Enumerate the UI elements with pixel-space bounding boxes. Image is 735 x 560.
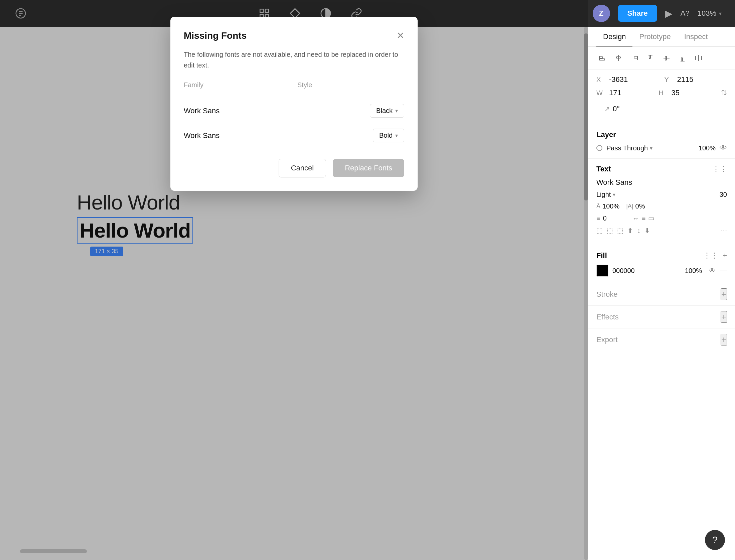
- font-style-selector[interactable]: Light ▾: [596, 191, 615, 198]
- effects-add-button[interactable]: +: [721, 311, 727, 323]
- align-center-h-icon[interactable]: [612, 52, 624, 64]
- svg-rect-9: [599, 59, 605, 60]
- layer-section: Layer Pass Through ▾ 100% 👁: [588, 124, 735, 159]
- share-button[interactable]: Share: [618, 5, 657, 22]
- play-button[interactable]: ▶: [665, 8, 673, 19]
- para-align-left-icon[interactable]: ⬚: [596, 227, 603, 235]
- fill-title: Fill: [596, 251, 607, 260]
- text-more-icon[interactable]: ···: [721, 226, 727, 235]
- textwrap-icon[interactable]: ↔: [632, 215, 639, 222]
- fill-section: Fill ⋮⋮ + 000000 100% 👁 —: [588, 245, 735, 283]
- font-size[interactable]: 30: [720, 191, 727, 198]
- font-row-1: Work Sans Bold ▾: [184, 123, 404, 148]
- distribute-icon[interactable]: [693, 52, 705, 64]
- rotation-icon: ↗: [604, 105, 610, 113]
- align-bottom-icon[interactable]: [677, 52, 689, 64]
- fill-remove-icon[interactable]: —: [720, 266, 727, 275]
- modal-description: The following fonts are not available, a…: [184, 49, 404, 71]
- modal-actions: Cancel Replace Fonts: [184, 159, 404, 177]
- right-panel: Design Prototype Inspect X: [588, 27, 735, 560]
- valign-top-icon[interactable]: ⬆: [627, 227, 633, 235]
- font-family-1: Work Sans: [184, 131, 366, 140]
- para-align-right-icon[interactable]: ⬚: [617, 227, 623, 235]
- fill-add-icon[interactable]: +: [723, 251, 727, 260]
- w-input[interactable]: [609, 89, 642, 97]
- svg-rect-15: [649, 55, 650, 58]
- y-input[interactable]: [677, 75, 711, 84]
- text-box-icon[interactable]: ▭: [648, 214, 654, 222]
- effects-section: Effects +: [588, 306, 735, 328]
- fill-visibility-icon[interactable]: 👁: [709, 267, 716, 275]
- blend-chevron-icon: ▾: [650, 145, 652, 151]
- cancel-button[interactable]: Cancel: [279, 159, 326, 177]
- modal-header: Missing Fonts ✕: [184, 30, 404, 41]
- stroke-add-button[interactable]: +: [721, 288, 727, 300]
- align-left-icon[interactable]: [596, 52, 608, 64]
- modal-overlay: Missing Fonts ✕ The following fonts are …: [0, 0, 588, 560]
- fill-hex-value[interactable]: 000000: [612, 267, 681, 275]
- layer-title: Layer: [596, 130, 727, 139]
- para-align-center-icon[interactable]: ⬚: [607, 227, 613, 235]
- modal-title: Missing Fonts: [184, 30, 247, 41]
- help-button[interactable]: ?: [705, 530, 725, 550]
- export-title: Export: [596, 335, 618, 344]
- stroke-section: Stroke +: [588, 283, 735, 306]
- font-style-chevron-0: ▾: [395, 108, 398, 114]
- modal-column-headers: Family Style: [184, 81, 404, 89]
- text-section: Text ⋮⋮ Work Sans Light ▾ 30 Ā 100% |A| …: [588, 159, 735, 245]
- user-avatar[interactable]: Z: [593, 5, 610, 22]
- align-right-icon[interactable]: [628, 52, 640, 64]
- transform-fields: X Y W H ⇅ ↗: [588, 70, 735, 124]
- svg-rect-19: [681, 58, 683, 61]
- zoom-chevron-icon: ▾: [719, 10, 722, 17]
- valign-bottom-icon[interactable]: ⬇: [644, 227, 650, 235]
- font-row-0: Work Sans Black ▾: [184, 99, 404, 123]
- family-column-header: Family: [184, 81, 291, 89]
- rotation-input[interactable]: [613, 105, 639, 113]
- lineheight-input[interactable]: [603, 215, 620, 222]
- x-input[interactable]: [609, 75, 642, 84]
- font-family-0: Work Sans: [184, 107, 363, 115]
- text-scale: 100%: [602, 202, 619, 210]
- w-label: W: [596, 89, 606, 97]
- font-style-chevron-icon: ▾: [613, 191, 615, 198]
- layer-blend-icon: [596, 145, 602, 151]
- fill-grid-icon[interactable]: ⋮⋮: [703, 251, 718, 260]
- h-label: H: [659, 89, 669, 97]
- export-section: Export +: [588, 328, 735, 351]
- y-label: Y: [665, 76, 675, 84]
- align-center-v-icon[interactable]: [660, 52, 673, 64]
- valign-center-icon[interactable]: ↕: [637, 227, 640, 235]
- letterspacing-icon: |A|: [626, 203, 633, 210]
- export-add-button[interactable]: +: [721, 334, 727, 345]
- text-section-title: Text: [596, 165, 611, 173]
- font-style-chevron-1: ▾: [395, 132, 398, 139]
- layer-blend-mode[interactable]: Pass Through ▾: [606, 144, 652, 152]
- text-options-icon[interactable]: ⋮⋮: [712, 165, 727, 173]
- style-column-header: Style: [297, 81, 404, 89]
- fill-color-swatch[interactable]: [596, 265, 608, 277]
- tab-inspect[interactable]: Inspect: [678, 32, 715, 46]
- lock-icon[interactable]: ⇅: [721, 89, 727, 97]
- text-align-left-icon[interactable]: ≡: [642, 215, 646, 222]
- svg-rect-13: [634, 57, 637, 58]
- tab-design[interactable]: Design: [596, 32, 632, 46]
- align-top-icon[interactable]: [644, 52, 656, 64]
- tab-prototype[interactable]: Prototype: [632, 32, 677, 46]
- visibility-icon[interactable]: 👁: [720, 144, 727, 152]
- fill-opacity-value[interactable]: 100%: [685, 267, 705, 275]
- panel-tabs: Design Prototype Inspect: [588, 27, 735, 47]
- font-name[interactable]: Work Sans: [596, 178, 727, 187]
- font-style-1[interactable]: Bold ▾: [373, 129, 404, 142]
- x-label: X: [596, 76, 606, 84]
- letterspacing: 0%: [635, 202, 645, 210]
- effects-title: Effects: [596, 313, 619, 321]
- replace-fonts-button[interactable]: Replace Fonts: [333, 159, 404, 177]
- layer-opacity: 100%: [699, 144, 716, 152]
- font-style-0[interactable]: Black ▾: [370, 104, 404, 118]
- zoom-control[interactable]: 103% ▾: [698, 9, 722, 18]
- modal-close-button[interactable]: ✕: [397, 30, 404, 41]
- h-input[interactable]: [672, 89, 705, 97]
- text-scale-icon: Ā: [596, 203, 600, 210]
- accessibility-icon[interactable]: A?: [681, 9, 690, 18]
